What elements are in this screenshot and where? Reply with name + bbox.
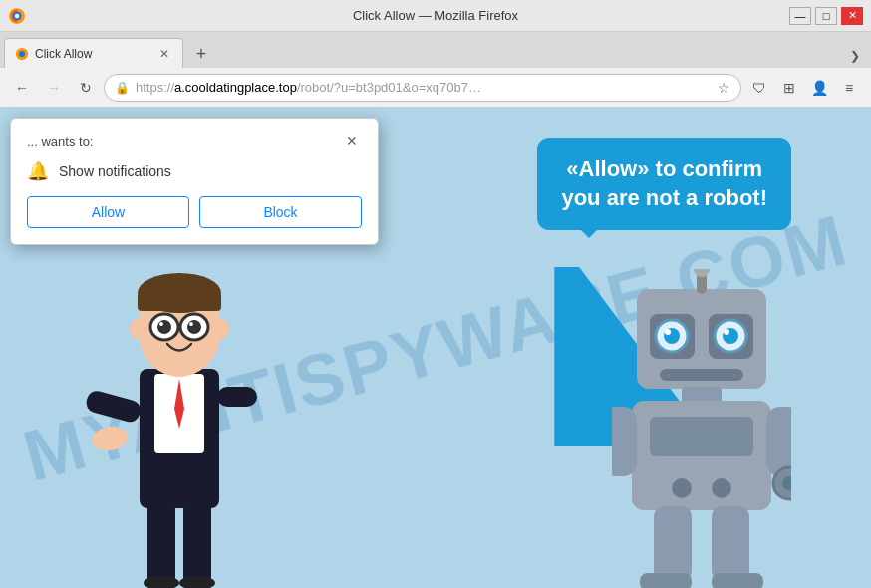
speech-line1: «Allow» to confirm [561,155,767,184]
notification-label: Show notifications [59,163,171,179]
lock-icon: 🔒 [115,81,130,95]
title-bar-left [8,7,26,25]
notification-popup: ... wants to: ✕ 🔔 Show notifications All… [10,118,379,245]
url-scheme: https:// [136,80,174,95]
profile-button[interactable]: 👤 [805,74,833,102]
svg-rect-18 [138,293,221,311]
svg-point-23 [157,320,171,334]
new-tab-button[interactable]: + [187,40,215,68]
svg-point-4 [19,50,25,56]
nav-bar: ← → ↻ 🔒 https://a.cooldatingplace.top/ro… [0,68,871,108]
menu-button[interactable]: ≡ [835,74,863,102]
maximize-button[interactable]: □ [815,7,837,25]
svg-point-2 [15,13,20,18]
svg-point-25 [159,322,163,326]
tab-label: Click Allow [35,47,92,61]
svg-point-36 [724,329,729,335]
svg-point-43 [672,478,692,498]
firefox-icon [8,7,26,25]
speech-bubble: «Allow» to confirm you are not a robot! [537,138,791,230]
svg-rect-51 [640,573,692,588]
svg-point-24 [187,320,201,334]
active-tab[interactable]: Click Allow ✕ [4,38,183,68]
reload-button[interactable]: ↻ [72,74,100,102]
notification-row: 🔔 Show notifications [27,160,362,182]
popup-buttons: Allow Block [27,196,362,228]
extensions-button[interactable]: ⊞ [775,74,803,102]
tab-favicon [15,47,29,61]
title-bar-controls: — □ ✕ [789,7,863,25]
tab-bar: Click Allow ✕ + ❯ [0,32,871,68]
minimize-button[interactable]: — [789,7,811,25]
popup-close-button[interactable]: ✕ [342,131,362,150]
svg-point-44 [712,478,731,498]
svg-rect-49 [654,506,692,581]
speech-line2: you are not a robot! [561,184,767,213]
svg-point-32 [665,329,671,335]
title-bar: Click Allow — Mozilla Firefox — □ ✕ [0,0,871,32]
robot-character [612,269,791,588]
allow-button[interactable]: Allow [27,196,189,228]
popup-title-text: ... wants to: [27,134,93,148]
svg-point-19 [130,319,145,339]
url-path: /robot/?u=bt3pd01&o=xq70b7… [297,80,481,95]
close-button[interactable]: ✕ [841,7,863,25]
svg-point-14 [90,424,130,453]
person-character [80,209,279,588]
bell-icon: 🔔 [27,160,49,182]
bookmark-button[interactable]: ☆ [718,80,730,96]
back-button[interactable]: ← [8,74,36,102]
svg-rect-45 [612,407,637,476]
tab-bar-right: ❯ [843,44,867,68]
nav-right-buttons: 🛡 ⊞ 👤 ≡ [745,74,863,102]
shield-button[interactable]: 🛡 [745,74,773,102]
url-host: a.cooldatingplace.top [174,80,297,95]
svg-rect-52 [712,573,763,588]
svg-point-26 [189,322,193,326]
svg-rect-10 [183,503,211,583]
block-button[interactable]: Block [199,196,362,228]
svg-rect-50 [712,506,749,581]
svg-rect-46 [766,407,791,476]
url-display: https://a.cooldatingplace.top/robot/?u=b… [136,80,712,95]
popup-header: ... wants to: ✕ [27,131,362,150]
svg-rect-9 [147,503,175,583]
speech-bubble-text: «Allow» to confirm you are not a robot! [561,155,767,212]
svg-rect-37 [660,369,743,381]
svg-point-20 [213,319,229,339]
svg-point-39 [694,269,710,277]
forward-button[interactable]: → [40,74,68,102]
svg-rect-15 [217,387,257,407]
svg-rect-13 [84,389,143,424]
title-bar-title: Click Allow — Mozilla Firefox [353,8,518,23]
tab-list-button[interactable]: ❯ [843,44,867,68]
main-content: MYANTISPYWARE.COM «Allow» to confirm you… [0,108,871,588]
address-bar[interactable]: 🔒 https://a.cooldatingplace.top/robot/?u… [104,74,741,102]
tab-close-button[interactable]: ✕ [156,46,172,62]
svg-rect-42 [650,417,753,456]
